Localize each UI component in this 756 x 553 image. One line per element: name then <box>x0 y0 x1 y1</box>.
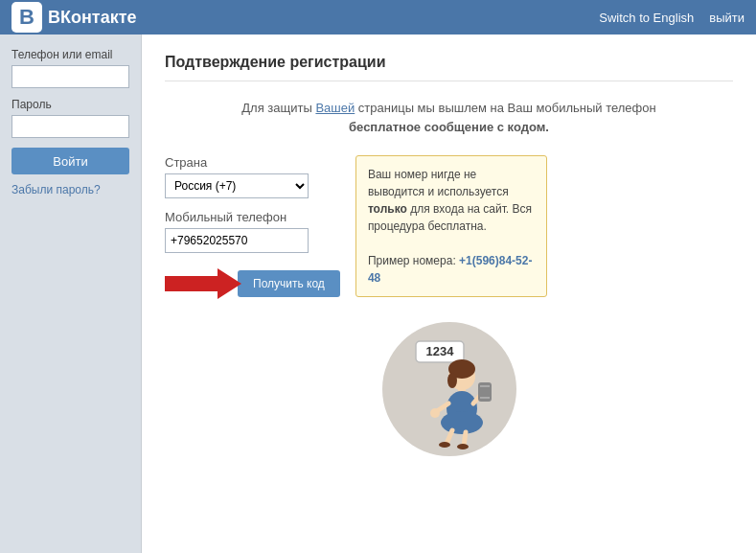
country-select[interactable]: Россия (+7) <box>165 173 309 198</box>
form-section: Страна Россия (+7) Мобильный телефон Пол… <box>165 155 733 303</box>
your-link[interactable]: Вашей <box>315 101 355 115</box>
illustration-svg: 1234 <box>387 327 512 451</box>
content-area: Подтверждение регистрации Для защиты Ваш… <box>142 35 756 553</box>
logout-link[interactable]: выйти <box>709 11 745 25</box>
phone-label: Мобильный телефон <box>165 210 340 224</box>
svg-point-12 <box>457 444 469 449</box>
arrow-row: Получить код <box>165 265 340 303</box>
description-bold: бесплатное сообщение с кодом. <box>349 120 549 134</box>
svg-point-18 <box>430 408 440 418</box>
password-input[interactable] <box>11 115 129 138</box>
tooltip-example-label: Пример номера: <box>368 254 459 267</box>
phone-email-label: Телефон или email <box>11 48 129 61</box>
main-container: Телефон или email Пароль Войти Забыли па… <box>0 35 756 553</box>
forgot-password-link[interactable]: Забыли пароль? <box>11 183 101 196</box>
phone-field[interactable] <box>165 228 309 253</box>
password-label: Пароль <box>11 98 129 111</box>
illustration-area: 1234 <box>165 322 733 456</box>
get-code-button[interactable]: Получить код <box>238 270 340 297</box>
header: В ВКонтакте Switch to English выйти <box>0 0 756 35</box>
phone-email-input[interactable] <box>11 65 129 88</box>
logo-text: ВКонтакте <box>48 8 137 28</box>
svg-text:1234: 1234 <box>425 344 454 358</box>
svg-marker-0 <box>165 268 241 299</box>
svg-line-9 <box>447 430 452 444</box>
tooltip-line1: Ваш номер нигде не выводится и используе… <box>368 168 509 198</box>
red-arrow-icon <box>165 265 241 303</box>
switch-language-link[interactable]: Switch to English <box>599 11 694 25</box>
illustration-circle: 1234 <box>382 322 516 456</box>
form-left: Страна Россия (+7) Мобильный телефон Пол… <box>165 155 340 303</box>
login-button[interactable]: Войти <box>11 148 129 174</box>
logo-icon: В <box>11 2 42 33</box>
logo[interactable]: В ВКонтакте <box>11 2 137 33</box>
svg-point-8 <box>441 411 483 434</box>
description-text: Для защиты Вашей страницы мы вышлем на В… <box>165 99 733 136</box>
svg-point-5 <box>447 373 457 388</box>
sidebar: Телефон или email Пароль Войти Забыли па… <box>0 35 142 553</box>
country-label: Страна <box>165 155 340 170</box>
svg-line-10 <box>464 432 466 446</box>
tooltip-only-bold: только <box>368 202 407 216</box>
svg-point-11 <box>439 442 450 448</box>
page-title: Подтверждение регистрации <box>165 54 733 81</box>
svg-rect-14 <box>478 382 492 402</box>
tooltip-box: Ваш номер нигде не выводится и используе… <box>355 155 547 297</box>
header-right: Switch to English выйти <box>599 11 745 25</box>
